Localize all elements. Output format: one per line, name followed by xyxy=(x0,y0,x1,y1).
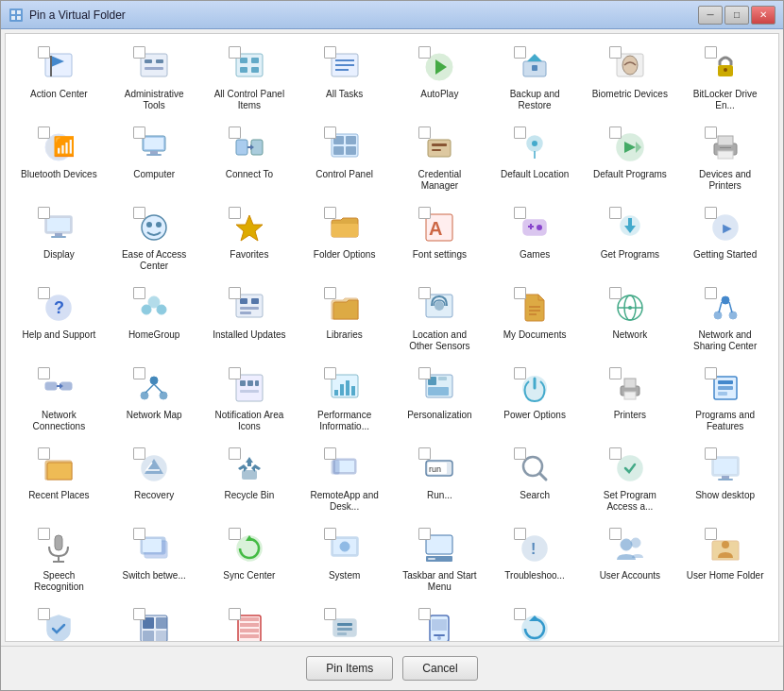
item-troubleshoot[interactable]: !Troubleshoo... xyxy=(489,523,581,599)
item-windows-firewall[interactable]: Windows Firewall xyxy=(204,603,296,642)
checkbox-taskbar-start[interactable] xyxy=(418,528,431,540)
item-administrative-tools[interactable]: Administrative Tools xyxy=(109,42,200,118)
checkbox-default-location[interactable] xyxy=(514,126,526,139)
checkbox-switch-between[interactable] xyxy=(133,528,145,540)
checkbox-control-panel[interactable] xyxy=(324,126,336,139)
checkbox-programs-features[interactable] xyxy=(705,367,717,379)
checkbox-network-map[interactable] xyxy=(133,367,145,379)
item-bluetooth[interactable]: 📶Bluetooth Devices xyxy=(13,122,105,198)
item-control-panel[interactable]: Control Panel xyxy=(298,122,390,198)
checkbox-remoteapp[interactable] xyxy=(324,447,336,460)
item-installed-updates[interactable]: Installed Updates xyxy=(204,282,296,359)
item-backup-restore[interactable]: Backup and Restore xyxy=(489,42,581,118)
close-button[interactable]: ✕ xyxy=(751,6,775,25)
checkbox-notification-icons[interactable] xyxy=(229,367,241,379)
item-get-programs[interactable]: Get Programs xyxy=(585,202,676,278)
item-all-control-panel[interactable]: All Control Panel Items xyxy=(204,42,296,118)
checkbox-biometric[interactable] xyxy=(609,46,622,59)
checkbox-windows-sideshow[interactable] xyxy=(418,608,431,620)
item-show-desktop[interactable]: Show desktop xyxy=(679,443,771,519)
checkbox-help-support[interactable] xyxy=(38,287,50,299)
checkbox-performance[interactable] xyxy=(324,367,336,379)
checkbox-getting-started[interactable] xyxy=(705,207,717,219)
item-biometric[interactable]: Biometric Devices xyxy=(585,42,676,118)
item-user-accounts[interactable]: User Accounts xyxy=(585,523,676,599)
item-sync-center[interactable]: Sync Center xyxy=(204,523,296,599)
item-network-connections[interactable]: Network Connections xyxy=(13,362,105,439)
checkbox-run[interactable] xyxy=(418,447,431,460)
checkbox-system[interactable] xyxy=(324,528,336,540)
checkbox-homegroup[interactable] xyxy=(133,287,145,299)
item-action-center[interactable]: Action Center xyxy=(13,42,105,118)
checkbox-windows-defender[interactable] xyxy=(38,608,50,620)
item-display[interactable]: Display xyxy=(13,202,105,278)
checkbox-default-programs[interactable] xyxy=(609,126,622,139)
item-network[interactable]: Network xyxy=(585,282,676,359)
minimize-button[interactable]: ─ xyxy=(698,6,723,25)
item-personalization[interactable]: Personalization xyxy=(394,362,486,439)
checkbox-network[interactable] xyxy=(609,287,622,299)
item-programs-features[interactable]: Programs and Features xyxy=(679,362,771,439)
checkbox-my-documents[interactable] xyxy=(514,287,526,299)
item-speech-recognition[interactable]: Speech Recognition xyxy=(13,523,105,599)
item-recent-places[interactable]: Recent Places xyxy=(13,443,105,519)
item-remoteapp[interactable]: RemoteApp and Desk... xyxy=(298,443,390,519)
item-computer[interactable]: Computer xyxy=(109,122,200,198)
checkbox-user-home[interactable] xyxy=(705,528,717,540)
cancel-button[interactable]: Cancel xyxy=(402,656,477,681)
checkbox-power-options[interactable] xyxy=(514,367,526,379)
item-autoplay[interactable]: AutoPlay xyxy=(394,42,486,118)
checkbox-user-accounts[interactable] xyxy=(609,528,622,540)
item-all-tasks[interactable]: All Tasks xyxy=(298,42,390,118)
item-credential-manager[interactable]: Credential Manager xyxy=(394,122,486,198)
item-system[interactable]: System xyxy=(298,523,390,599)
checkbox-computer[interactable] xyxy=(133,126,145,139)
item-connect-to[interactable]: Connect To xyxy=(204,122,296,198)
checkbox-bluetooth[interactable] xyxy=(38,126,50,139)
checkbox-folder-options[interactable] xyxy=(324,207,336,219)
item-libraries[interactable]: Libraries xyxy=(298,282,390,359)
checkbox-bitlocker[interactable] xyxy=(705,46,717,59)
item-set-program-access[interactable]: Set Program Access a... xyxy=(585,443,676,519)
checkbox-all-control-panel[interactable] xyxy=(229,46,241,59)
checkbox-connect-to[interactable] xyxy=(229,126,241,139)
item-default-programs[interactable]: Default Programs xyxy=(585,122,676,198)
checkbox-speech-recognition[interactable] xyxy=(38,528,50,540)
checkbox-ease-access[interactable] xyxy=(133,207,145,219)
item-windows-update[interactable]: Windows Update xyxy=(489,603,581,642)
item-windows-sideshow[interactable]: Windows SideShow xyxy=(394,603,486,642)
checkbox-display[interactable] xyxy=(38,207,50,219)
item-printers[interactable]: Printers xyxy=(585,362,676,439)
item-location-sensors[interactable]: Location and Other Sensors xyxy=(394,282,486,359)
item-favorites[interactable]: Favorites xyxy=(204,202,296,278)
maximize-button[interactable]: □ xyxy=(724,6,749,25)
item-default-location[interactable]: Default Location xyxy=(489,122,581,198)
item-notification-icons[interactable]: Notification Area Icons xyxy=(204,362,296,439)
checkbox-sync-center[interactable] xyxy=(229,528,241,540)
checkbox-devices-printers[interactable] xyxy=(705,126,717,139)
item-windows-features[interactable]: Windows Features xyxy=(109,603,200,642)
checkbox-recovery[interactable] xyxy=(133,447,145,460)
item-games[interactable]: Games xyxy=(489,202,581,278)
checkbox-backup-restore[interactable] xyxy=(514,46,526,59)
checkbox-get-programs[interactable] xyxy=(609,207,622,219)
item-windows-defender[interactable]: Windows Defender xyxy=(13,603,105,642)
item-bitlocker[interactable]: BitLocker Drive En... xyxy=(679,42,771,118)
checkbox-windows-update[interactable] xyxy=(514,608,526,620)
checkbox-installed-updates[interactable] xyxy=(229,287,241,299)
checkbox-all-tasks[interactable] xyxy=(324,46,336,59)
item-getting-started[interactable]: ►Getting Started xyxy=(679,202,771,278)
item-network-map[interactable]: Network Map xyxy=(109,362,200,439)
pin-items-button[interactable]: Pin Items xyxy=(306,656,393,681)
checkbox-printers[interactable] xyxy=(609,367,622,379)
item-homegroup[interactable]: HomeGroup xyxy=(109,282,200,359)
item-user-home[interactable]: User Home Folder xyxy=(679,523,771,599)
item-my-documents[interactable]: My Documents xyxy=(489,282,581,359)
checkbox-personalization[interactable] xyxy=(418,367,431,379)
checkbox-games[interactable] xyxy=(514,207,526,219)
checkbox-credential-manager[interactable] xyxy=(418,126,431,139)
item-ease-access[interactable]: Ease of Access Center xyxy=(109,202,200,278)
checkbox-troubleshoot[interactable] xyxy=(514,528,526,540)
checkbox-recent-places[interactable] xyxy=(38,447,50,460)
item-switch-between[interactable]: Switch betwe... xyxy=(109,523,200,599)
